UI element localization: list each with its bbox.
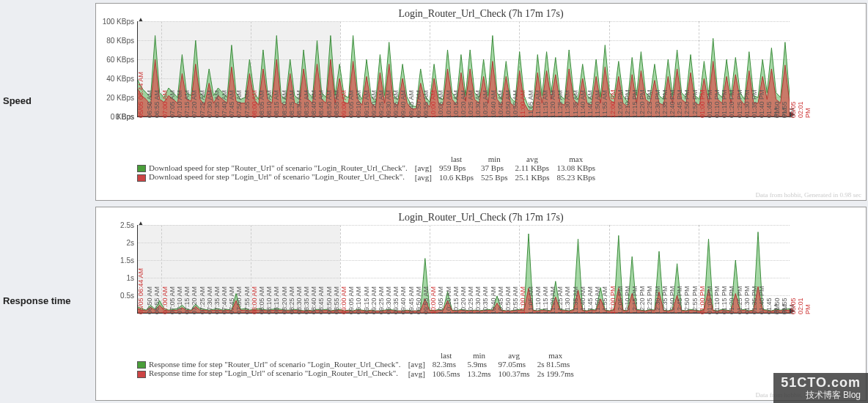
stat-hdr-last: last	[439, 155, 481, 163]
response-label: Response time	[0, 295, 95, 306]
legend-swatch-red	[137, 174, 146, 182]
legend-swatch-green	[137, 361, 146, 369]
watermark: Data from hobbit, Generated in 0.98 sec	[756, 191, 861, 199]
green-max: 13.08 KBps	[557, 163, 603, 172]
legend-text-red: Download speed for step "Login_Url" of s…	[149, 172, 405, 181]
stat-hdr-avg: avg	[515, 155, 556, 163]
legend-swatch-red	[137, 371, 146, 378]
green-avg: 97.05ms	[499, 360, 537, 369]
stat-label: [avg]	[415, 172, 439, 181]
red-min: 525 Bps	[481, 172, 515, 181]
green-min: 37 Bps	[481, 163, 515, 172]
response-panel: Login_Router_Url_Check (7h 17m 17s) ▲ ▶ …	[95, 207, 867, 401]
red-avg: 100.37ms	[499, 369, 537, 377]
legend-text-green: Response time for step "Router_Url" of s…	[149, 360, 401, 369]
red-last: 10.6 KBps	[439, 172, 481, 181]
brand-badge: 51CTO.com 技术博客 Blog	[773, 373, 868, 403]
speed-label: Speed	[0, 95, 95, 106]
stat-label: [avg]	[415, 163, 439, 172]
red-avg: 25.1 KBps	[515, 172, 556, 181]
speed-legend: last min avg max Download speed for step…	[137, 155, 866, 182]
stat-label: [avg]	[408, 369, 433, 377]
brand-line2: 技术博客 Blog	[781, 391, 861, 400]
stat-hdr-avg: avg	[499, 351, 537, 360]
green-last: 959 Bps	[439, 163, 481, 172]
response-title: Login_Router_Url_Check (7h 17m 17s)	[96, 207, 866, 225]
response-legend: last min avg max Response time for step …	[137, 351, 866, 378]
red-min: 13.2ms	[467, 369, 498, 377]
legend-text-red: Response time for step "Login_Url" of sc…	[149, 369, 398, 377]
red-max: 85.23 KBps	[557, 172, 603, 181]
legend-swatch-green	[137, 165, 146, 172]
legend-text-green: Download speed for step "Router_Url" of …	[149, 163, 408, 172]
brand-line1: 51CTO.com	[781, 376, 861, 391]
green-last: 82.3ms	[433, 360, 468, 369]
speed-panel: Login_Router_Url_Check (7h 17m 17s) ▲ ▶ …	[95, 3, 867, 201]
red-last: 106.5ms	[433, 369, 468, 377]
stat-hdr-min: min	[481, 155, 515, 163]
green-avg: 2.11 KBps	[515, 163, 556, 172]
speed-xaxis: 05/05 06:44 AM06:50 AM06:55 AM07:00 AM07…	[137, 117, 790, 152]
red-max: 2s 199.7ms	[537, 369, 581, 377]
speed-title: Login_Router_Url_Check (7h 17m 17s)	[96, 4, 866, 21]
stat-hdr-max: max	[557, 155, 603, 163]
stat-hdr-last: last	[433, 351, 468, 360]
stat-hdr-min: min	[467, 351, 498, 360]
stat-hdr-max: max	[537, 351, 581, 360]
green-min: 5.9ms	[467, 360, 498, 369]
response-xaxis: 05/05 06:44 AM06:50 AM06:55 AM07:00 AM07…	[137, 313, 790, 348]
stat-label: [avg]	[408, 360, 433, 369]
green-max: 2s 81.5ms	[537, 360, 581, 369]
